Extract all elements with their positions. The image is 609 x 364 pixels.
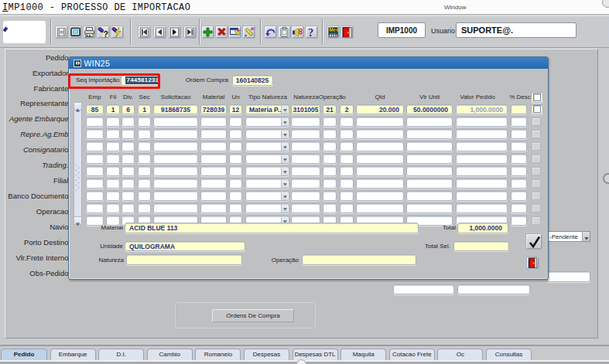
svg-text:?: ? [104, 29, 109, 39]
svg-text:Menu: Menu [329, 27, 339, 32]
svg-text:?: ? [308, 26, 313, 38]
